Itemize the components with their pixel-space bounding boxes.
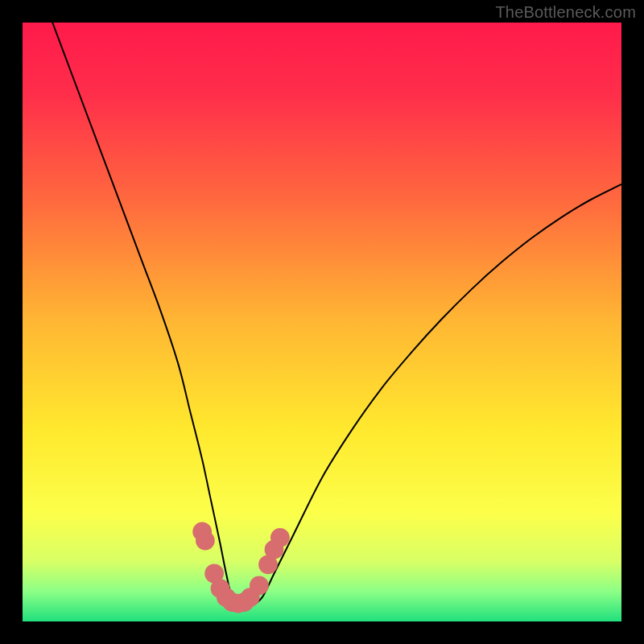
outer-frame: TheBottleneck.com <box>0 0 644 644</box>
watermark-text: TheBottleneck.com <box>495 3 636 22</box>
gradient-plot-area <box>23 23 621 621</box>
